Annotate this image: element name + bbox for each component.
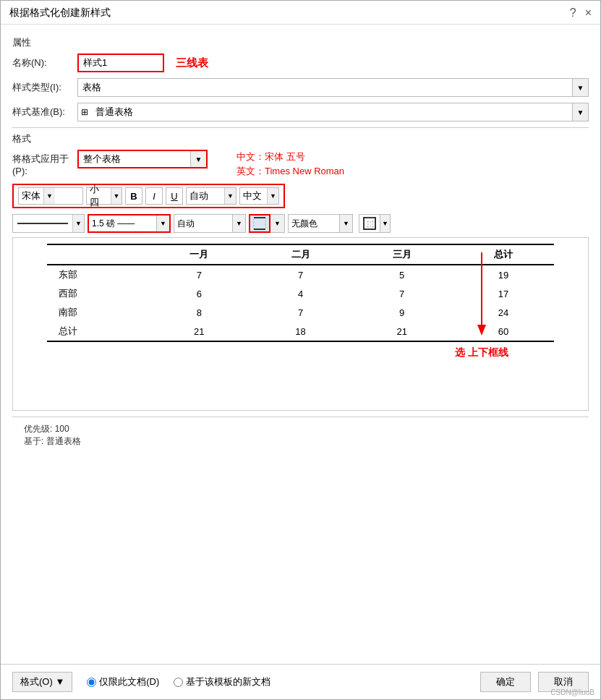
apply-to-arrow[interactable]: ▼: [190, 151, 206, 167]
row-feb-0: 7: [250, 265, 351, 284]
help-button[interactable]: ?: [570, 7, 576, 20]
style-type-value: 表格: [78, 81, 572, 94]
border-annotation-text: 选 上下框线: [455, 346, 508, 359]
close-button[interactable]: ×: [585, 7, 592, 20]
color-auto-arrow[interactable]: ▼: [224, 188, 236, 204]
border-position-arrow[interactable]: ▼: [270, 214, 285, 233]
dialog: 根据格式化创建新样式 ? × 属性 名称(N): 三线表 样式类型(I): 表格…: [0, 0, 601, 700]
border-line-select[interactable]: ▼: [12, 214, 85, 233]
no-color-value: 无颜色: [289, 218, 339, 230]
border-width-arrow[interactable]: ▼: [156, 215, 169, 231]
format-button[interactable]: 格式(O) ▼: [12, 672, 72, 692]
row-jan-1: 6: [148, 284, 250, 303]
style-base-row: 样式基准(B): ⊞ 普通表格 ▼: [12, 103, 589, 121]
font-size-select[interactable]: 小四 ▼: [86, 187, 122, 205]
lang-select[interactable]: 中文 ▼: [239, 187, 279, 205]
row-label-2: 南部: [47, 303, 148, 322]
apply-to-row: 将格式应用于(P): 整个表格 ▼ 中文：宋体 五号 英文：Times New …: [12, 150, 589, 178]
format-section-label: 格式: [12, 132, 589, 145]
bold-button[interactable]: B: [125, 187, 142, 205]
ok-button[interactable]: 确定: [480, 672, 531, 692]
radio-this-doc[interactable]: [87, 678, 96, 687]
style-type-label: 样式类型(I):: [12, 81, 77, 94]
style-base-arrow[interactable]: ▼: [572, 103, 588, 121]
radio-template-doc-text: 基于该模板的新文档: [186, 675, 270, 688]
italic-button[interactable]: I: [145, 187, 163, 205]
svg-rect-0: [254, 218, 265, 229]
radio-this-doc-label[interactable]: 仅限此文档(D): [87, 675, 159, 688]
apply-to-select[interactable]: 整个表格 ▼: [77, 150, 208, 168]
style-type-arrow[interactable]: ▼: [572, 79, 588, 96]
preview-header-blank: [47, 244, 148, 265]
border-line-preview: [17, 223, 68, 224]
border-width-value: 1.5 磅 ——: [89, 218, 156, 230]
row-jan-0: 7: [148, 265, 250, 284]
font-size-arrow[interactable]: ▼: [111, 188, 122, 204]
table-outside-border-button[interactable]: [359, 214, 380, 233]
row-label-1: 西部: [47, 284, 148, 303]
dialog-title: 根据格式化创建新样式: [9, 7, 111, 20]
style-base-select[interactable]: ⊞ 普通表格 ▼: [77, 103, 589, 121]
no-color-select[interactable]: 无颜色 ▼: [288, 214, 353, 233]
preview-header-mar: 三月: [351, 244, 453, 265]
svg-marker-9: [477, 325, 486, 336]
border-line-arrow[interactable]: ▼: [72, 215, 84, 232]
border-color-auto-arrow[interactable]: ▼: [232, 215, 245, 232]
row-jan-2: 8: [148, 303, 250, 322]
lang-arrow[interactable]: ▼: [267, 188, 278, 204]
font-name-value: 宋体: [19, 189, 43, 202]
preview-header-feb: 二月: [250, 244, 351, 265]
font-annotation-line2: 英文：Times New Roman: [236, 164, 344, 179]
style-base-value: 普通表格: [91, 106, 572, 119]
status-bar: 优先级: 100 基于: 普通表格: [12, 417, 589, 451]
preview-area: 一月 二月 三月 总计 东部 7 7 5 19 西部: [12, 237, 589, 411]
radio-template-doc[interactable]: [174, 678, 183, 687]
svg-rect-3: [364, 218, 375, 229]
border-color-auto-select[interactable]: 自动 ▼: [174, 214, 246, 233]
footer-left: 格式(O) ▼ 仅限此文档(D) 基于该模板的新文档: [12, 672, 270, 692]
font-annotation-line1: 中文：宋体 五号: [236, 150, 344, 164]
border-toolbar: ▼ 1.5 磅 —— ▼ 自动 ▼: [12, 214, 589, 233]
priority-text: 优先级: 100: [24, 423, 577, 435]
row-label-3: 总计: [47, 322, 148, 341]
radio-template-doc-label[interactable]: 基于该模板的新文档: [174, 675, 270, 688]
underline-button[interactable]: U: [166, 187, 183, 205]
border-position-button[interactable]: [249, 214, 270, 233]
name-annotation: 三线表: [176, 56, 208, 70]
watermark: CSDN@liuuB: [550, 688, 594, 696]
name-input[interactable]: [77, 54, 164, 72]
style-base-icon: ⊞: [78, 107, 91, 117]
row-mar-0: 5: [351, 265, 453, 284]
color-auto-select[interactable]: 自动 ▼: [186, 187, 236, 205]
row-feb-1: 4: [250, 284, 351, 303]
row-label-0: 东部: [47, 265, 148, 284]
style-type-row: 样式类型(I): 表格 ▼: [12, 78, 589, 97]
border-position-icon: [253, 217, 266, 230]
dialog-body: 属性 名称(N): 三线表 样式类型(I): 表格 ▼ 样式基准(B): ⊞ 普…: [1, 25, 600, 664]
radio-this-doc-text: 仅限此文档(D): [99, 675, 159, 688]
font-toolbar: 宋体 ▼ 小四 ▼ B I U 自动 ▼ 中文 ▼: [12, 184, 285, 208]
name-label: 名称(N):: [12, 56, 77, 69]
lang-value: 中文: [240, 189, 267, 202]
border-annotation: 选 上下框线: [455, 252, 508, 359]
style-type-select[interactable]: 表格 ▼: [77, 78, 589, 97]
style-base-label: 样式基准(B):: [12, 106, 77, 119]
border-color-auto-value: 自动: [174, 218, 232, 230]
font-name-arrow[interactable]: ▼: [43, 188, 55, 204]
table-outside-arrow[interactable]: ▼: [380, 214, 391, 233]
properties-section-label: 属性: [12, 36, 589, 49]
row-feb-3: 18: [250, 322, 351, 341]
no-color-arrow[interactable]: ▼: [339, 215, 352, 232]
font-name-select[interactable]: 宋体 ▼: [18, 187, 83, 205]
table-outside-icon: [363, 217, 376, 230]
name-row: 名称(N): 三线表: [12, 54, 589, 72]
apply-to-label: 将格式应用于(P):: [12, 150, 77, 176]
border-width-select[interactable]: 1.5 磅 —— ▼: [88, 214, 171, 233]
row-mar-3: 21: [351, 322, 453, 341]
row-mar-2: 9: [351, 303, 453, 322]
apply-to-value: 整个表格: [79, 153, 190, 166]
row-feb-2: 7: [250, 303, 351, 322]
row-mar-1: 7: [351, 284, 453, 303]
font-size-value: 小四: [87, 183, 111, 209]
font-annotation: 中文：宋体 五号 英文：Times New Roman: [236, 150, 344, 178]
